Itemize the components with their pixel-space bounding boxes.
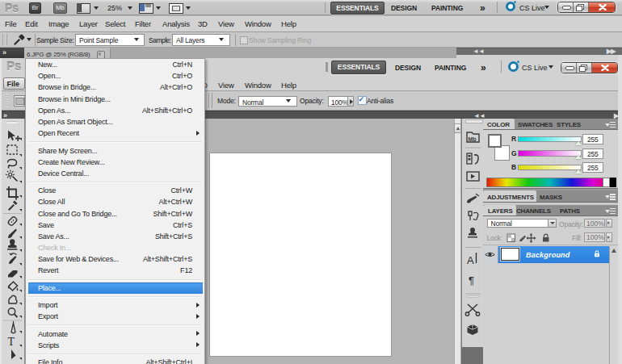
svg-text:A: A bbox=[467, 254, 474, 266]
svg-text:T: T bbox=[8, 336, 15, 348]
svg-text:¶: ¶ bbox=[469, 274, 474, 287]
svg-text:Mb: Mb bbox=[469, 136, 477, 142]
